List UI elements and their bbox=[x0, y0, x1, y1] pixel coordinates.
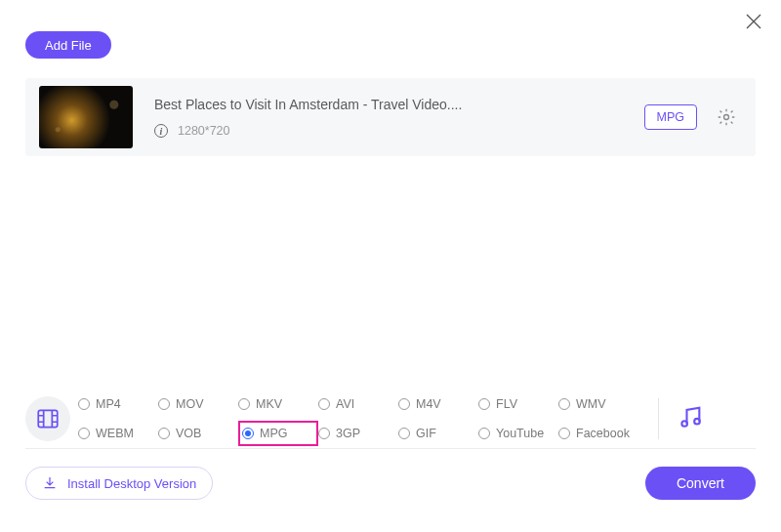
format-label: WEBM bbox=[96, 427, 134, 440]
footer: Install Desktop Version Convert bbox=[25, 467, 756, 500]
divider bbox=[658, 398, 659, 439]
info-icon[interactable]: i bbox=[154, 124, 168, 138]
video-thumbnail[interactable] bbox=[39, 86, 133, 148]
radio-icon bbox=[318, 398, 330, 410]
format-option-gif[interactable]: GIF bbox=[398, 421, 478, 446]
format-label: M4V bbox=[416, 397, 441, 411]
format-option-flv[interactable]: FLV bbox=[478, 391, 558, 417]
format-label: 3GP bbox=[336, 427, 360, 440]
svg-rect-1 bbox=[38, 410, 58, 427]
radio-icon bbox=[478, 428, 490, 439]
file-dimensions: 1280*720 bbox=[178, 124, 230, 138]
format-grid: MP4MOVMKVAVIM4VFLVWMVWEBMVOBMPG3GPGIFYou… bbox=[78, 391, 638, 446]
format-label: MKV bbox=[256, 397, 282, 411]
format-label: GIF bbox=[416, 427, 436, 440]
format-option-mpg[interactable]: MPG bbox=[238, 421, 318, 446]
format-option-youtube[interactable]: YouTube bbox=[478, 421, 558, 446]
svg-point-2 bbox=[681, 421, 687, 427]
format-label: YouTube bbox=[496, 427, 544, 440]
close-icon[interactable] bbox=[742, 10, 765, 33]
format-option-mkv[interactable]: MKV bbox=[238, 391, 318, 417]
format-option-3gp[interactable]: 3GP bbox=[318, 421, 398, 446]
format-label: MP4 bbox=[96, 397, 121, 411]
svg-point-0 bbox=[724, 115, 729, 120]
radio-icon bbox=[78, 398, 90, 410]
radio-icon bbox=[318, 428, 330, 439]
radio-icon bbox=[398, 428, 410, 439]
radio-icon bbox=[158, 428, 170, 439]
radio-icon bbox=[78, 428, 90, 439]
file-title: Best Places to Visit In Amsterdam - Trav… bbox=[154, 97, 644, 112]
gear-icon[interactable] bbox=[717, 107, 736, 127]
format-label: AVI bbox=[336, 397, 354, 411]
format-label: MOV bbox=[176, 397, 203, 411]
format-label: VOB bbox=[176, 427, 201, 440]
install-desktop-button[interactable]: Install Desktop Version bbox=[25, 467, 213, 500]
format-option-mov[interactable]: MOV bbox=[158, 391, 238, 417]
format-option-wmv[interactable]: WMV bbox=[558, 391, 638, 417]
convert-button[interactable]: Convert bbox=[645, 467, 756, 500]
download-icon bbox=[42, 475, 58, 491]
radio-icon bbox=[478, 398, 490, 410]
music-icon[interactable] bbox=[677, 403, 704, 434]
file-meta: Best Places to Visit In Amsterdam - Trav… bbox=[154, 97, 644, 138]
format-option-m4v[interactable]: M4V bbox=[398, 391, 478, 417]
format-label: FLV bbox=[496, 397, 517, 411]
add-file-button[interactable]: Add File bbox=[25, 31, 111, 59]
install-label: Install Desktop Version bbox=[67, 476, 196, 491]
radio-icon bbox=[158, 398, 170, 410]
radio-icon bbox=[558, 428, 570, 439]
radio-icon bbox=[242, 428, 254, 439]
radio-icon bbox=[558, 398, 570, 410]
format-tag[interactable]: MPG bbox=[644, 104, 697, 130]
format-option-mp4[interactable]: MP4 bbox=[78, 391, 158, 417]
formats-panel: MP4MOVMKVAVIM4VFLVWMVWEBMVOBMPG3GPGIFYou… bbox=[25, 389, 756, 449]
format-label: MPG bbox=[260, 427, 287, 440]
radio-icon bbox=[398, 398, 410, 410]
format-option-webm[interactable]: WEBM bbox=[78, 421, 158, 446]
file-row: Best Places to Visit In Amsterdam - Trav… bbox=[25, 78, 756, 156]
radio-icon bbox=[238, 398, 250, 410]
format-option-avi[interactable]: AVI bbox=[318, 391, 398, 417]
format-option-vob[interactable]: VOB bbox=[158, 421, 238, 446]
format-option-facebook[interactable]: Facebook bbox=[558, 421, 638, 446]
file-dimensions-row: i 1280*720 bbox=[154, 124, 644, 138]
svg-point-3 bbox=[694, 418, 700, 424]
format-label: Facebook bbox=[576, 427, 630, 440]
film-icon[interactable] bbox=[25, 396, 70, 441]
format-label: WMV bbox=[576, 397, 606, 411]
